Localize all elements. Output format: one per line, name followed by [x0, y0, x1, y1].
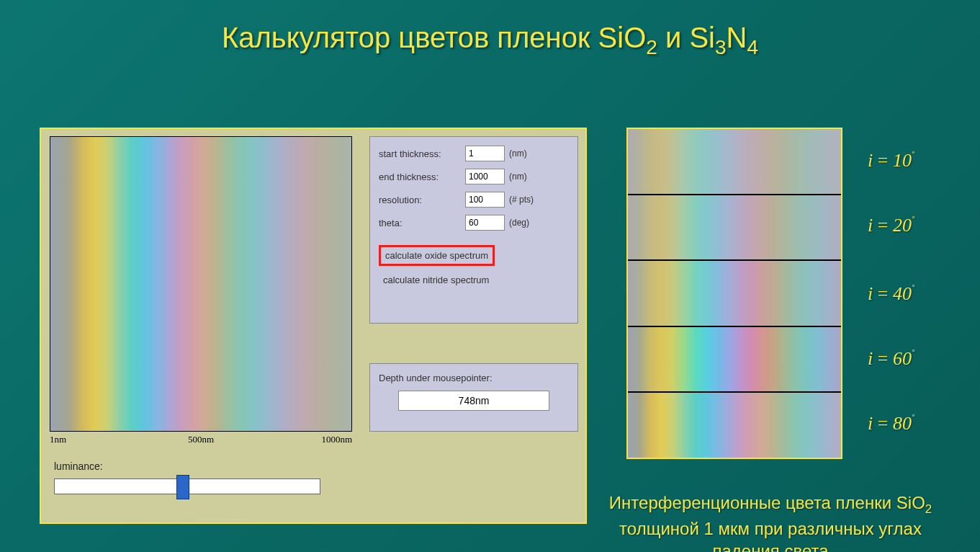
- angle-strip-60: [628, 327, 841, 393]
- resolution-unit: (# pts): [509, 195, 534, 205]
- calculate-nitride-button[interactable]: calculate nitride spectrum: [379, 272, 493, 288]
- calculate-oxide-button[interactable]: calculate oxide spectrum: [379, 245, 495, 266]
- luminance-label: luminance:: [54, 460, 103, 472]
- angle-strip-10: [628, 129, 841, 195]
- theta-input[interactable]: [465, 215, 505, 231]
- theta-unit: (deg): [509, 218, 529, 228]
- angle-label-10: i = 10˚: [868, 149, 915, 172]
- start-thickness-unit: (nm): [509, 148, 527, 159]
- depth-label: Depth under mousepointer:: [379, 373, 569, 383]
- calculator-panel: 1nm 500nm 1000nm start thickness: (nm) e…: [40, 128, 587, 524]
- start-thickness-label: start thickness:: [379, 148, 465, 159]
- depth-value-display: [398, 391, 549, 411]
- angle-label-60: i = 60˚: [868, 347, 915, 370]
- resolution-input[interactable]: [465, 192, 505, 208]
- end-thickness-unit: (nm): [509, 172, 527, 182]
- source-url[interactable]: http://cleanroom.byu.edu/color_chart.pht…: [108, 549, 435, 552]
- luminance-slider-thumb[interactable]: [176, 475, 189, 499]
- start-thickness-input[interactable]: [465, 146, 505, 161]
- axis-tick-1: 1nm: [50, 434, 66, 445]
- resolution-label: resolution:: [379, 195, 465, 205]
- angle-label-20: i = 20˚: [868, 214, 915, 236]
- spectrum-display[interactable]: [50, 136, 352, 432]
- slide-title: Калькулятор цветов пленок SiO2 и Si3N4: [0, 0, 980, 59]
- angle-label-80: i = 80˚: [868, 412, 915, 435]
- angle-strip-40: [628, 261, 841, 327]
- angles-caption: Интерференционные цвета пленки SiO2 толщ…: [608, 491, 932, 552]
- axis-tick-3: 1000nm: [321, 434, 352, 445]
- depth-panel: Depth under mousepointer:: [369, 363, 578, 432]
- angle-label-40: i = 40˚: [868, 282, 915, 305]
- input-controls-panel: start thickness: (nm) end thickness: (nm…: [369, 136, 578, 324]
- axis-tick-2: 500nm: [188, 434, 214, 445]
- end-thickness-label: end thickness:: [379, 172, 465, 182]
- end-thickness-input[interactable]: [465, 169, 505, 184]
- luminance-slider[interactable]: [54, 478, 320, 494]
- angle-strip-80: [628, 393, 841, 458]
- theta-label: theta:: [379, 218, 465, 228]
- angle-spectra-panel: [626, 128, 842, 459]
- angle-strip-20: [628, 195, 841, 262]
